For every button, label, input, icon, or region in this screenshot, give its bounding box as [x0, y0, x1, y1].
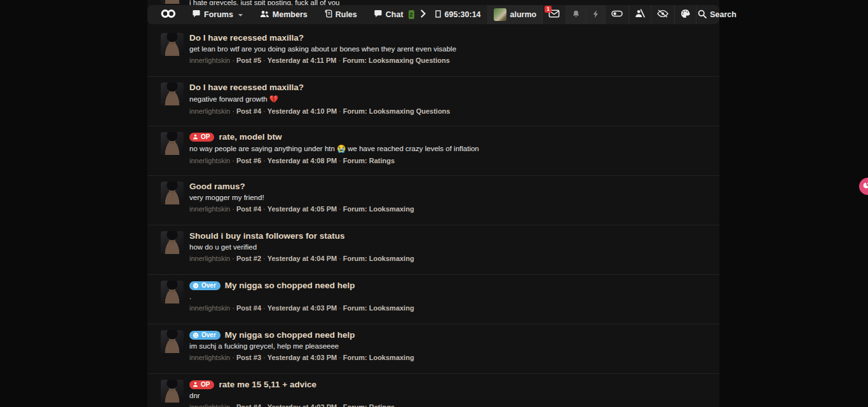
avatar[interactable]: [161, 132, 184, 155]
expand-chevron-button[interactable]: [421, 10, 426, 20]
thread-title-link[interactable]: My nigga so chopped need help: [225, 330, 355, 340]
speech-bubble-icon: [374, 10, 383, 20]
post-number: Post #4: [236, 304, 261, 312]
forum-prefix: Forum:: [343, 403, 367, 407]
thread-title-link[interactable]: Do I have recessed maxilla?: [189, 33, 304, 43]
forum-prefix: Forum:: [343, 354, 367, 361]
forum-prefix: Forum:: [343, 157, 367, 164]
thread-row: Good ramus? very mogger my friend! inner…: [147, 176, 719, 225]
avatar[interactable]: [161, 330, 184, 353]
envelope-icon: 1: [548, 10, 560, 20]
thread-meta: innerlightskin·Post #6·Yesterday at 4:08…: [189, 157, 709, 164]
user-slash-icon: [635, 9, 645, 20]
author-link[interactable]: innerlightskin: [189, 205, 230, 213]
thread-meta: innerlightskin·Post #3·Yesterday at 4:03…: [189, 354, 709, 361]
post-number: Post #2: [236, 255, 261, 262]
site-logo[interactable]: [160, 9, 177, 20]
nav-forums[interactable]: Forums: [192, 10, 243, 20]
chevron-right-icon: [421, 10, 426, 20]
thread-row: Should i buy insta followers for status …: [147, 225, 719, 275]
thread-row: OP rate, model btw no way people are say…: [147, 126, 719, 176]
forum-prefix: Forum:: [342, 57, 367, 64]
floating-style-button[interactable]: [859, 178, 868, 195]
avatar: [161, 0, 184, 4]
main-column: i hate greycels, just spit posting, fuck…: [147, 0, 719, 407]
forum-link[interactable]: Looksmaxing: [369, 255, 414, 262]
timer-value: 695:30:14: [445, 10, 481, 19]
hide-content-button[interactable]: [651, 5, 674, 24]
search-button[interactable]: Search: [698, 10, 747, 20]
eye-slash-icon: [657, 10, 668, 20]
nav-chat[interactable]: Chat 2: [374, 10, 414, 20]
thread-meta: innerlightskin·Post #2·Yesterday at 4:04…: [189, 255, 709, 262]
user-menu[interactable]: alurmo: [487, 5, 543, 24]
forum-link[interactable]: Ratings: [369, 403, 395, 407]
nav-rules[interactable]: Rules: [324, 10, 357, 20]
post-time: Yesterday at 4:03 PM: [268, 304, 337, 312]
avatar[interactable]: [161, 231, 184, 254]
post-time: Yesterday at 4:03 PM: [268, 354, 337, 361]
lightning-bolt-icon: [592, 10, 599, 20]
thread-meta: innerlightskin·Post #4·Yesterday at 4:05…: [189, 205, 709, 213]
post-time: Yesterday at 4:11 PM: [268, 57, 337, 64]
avatar[interactable]: [161, 83, 184, 105]
forum-link[interactable]: Looksmaxing: [369, 304, 414, 312]
cutoff-thread-row: i hate greycels, just spit posting, fuck…: [147, 0, 719, 5]
author-link[interactable]: innerlightskin: [189, 57, 230, 64]
nav-members[interactable]: Members: [260, 10, 308, 20]
nav-chat-label: Chat: [386, 10, 403, 19]
avatar[interactable]: [161, 33, 184, 56]
thread-snippet: no way people are saying anything under …: [189, 144, 709, 153]
avatar[interactable]: [161, 380, 184, 403]
forum-link[interactable]: Ratings: [369, 157, 395, 164]
thread-snippet: i hate greycels, just spit posting, fuck…: [189, 0, 340, 5]
thread-snippet: negative forward growth💔: [189, 95, 709, 103]
forum-link[interactable]: Looksmaxing Questions: [369, 107, 451, 115]
forum-link[interactable]: Looksmaxing Questions: [369, 57, 450, 64]
navbar: Forums Members Rules Chat 2: [147, 5, 719, 24]
post-time: Yesterday at 4:08 PM: [268, 157, 337, 164]
thread-title-link[interactable]: rate me 15 5,11 + advice: [219, 380, 316, 389]
thread-meta: innerlightskin·Post #4·Yesterday at 4:03…: [189, 304, 709, 312]
forum-link[interactable]: Looksmaxing: [369, 205, 414, 213]
author-link[interactable]: innerlightskin: [189, 107, 230, 115]
forum-link[interactable]: Looksmaxing: [369, 354, 414, 361]
forum-prefix: Forum:: [343, 107, 367, 115]
thread-title-link[interactable]: rate, model btw: [219, 132, 281, 142]
badge-label: Over: [201, 283, 216, 289]
post-time: Yesterday at 4:04 PM: [268, 255, 337, 262]
thread-row: Do I have recessed maxilla? negative for…: [147, 77, 719, 126]
ignored-users-button[interactable]: [628, 5, 651, 24]
reactions-button[interactable]: [586, 5, 605, 24]
thread-prefix-badge: OP: [189, 133, 214, 142]
author-link[interactable]: innerlightskin: [189, 403, 230, 407]
author-link[interactable]: innerlightskin: [189, 255, 230, 262]
author-link[interactable]: innerlightskin: [189, 304, 230, 312]
thread-prefix-badge: Over: [189, 281, 220, 290]
scroll-icon: [324, 10, 332, 20]
badge-label: Over: [201, 332, 216, 338]
post-number: Post #4: [236, 107, 261, 115]
night-mode-toggle[interactable]: [605, 5, 628, 24]
author-link[interactable]: innerlightskin: [189, 157, 230, 164]
alerts-button[interactable]: [566, 5, 586, 24]
thread-title-link[interactable]: Should i buy insta followers for status: [189, 231, 345, 241]
avatar[interactable]: [161, 182, 184, 204]
thread-snippet: im suchj a fucking greycel, help me plea…: [189, 342, 709, 350]
inbox-button[interactable]: 1: [542, 5, 566, 24]
thread-title-link[interactable]: Do I have recessed maxilla?: [189, 83, 304, 92]
thread-title-link[interactable]: My nigga so chopped need help: [225, 281, 355, 290]
author-link[interactable]: innerlightskin: [189, 354, 230, 361]
nav-forums-label: Forums: [204, 10, 233, 19]
thread-row: OP rate me 15 5,11 + advice dnr innerlig…: [147, 374, 719, 407]
thread-prefix-badge: Over: [189, 331, 220, 340]
avatar[interactable]: [161, 281, 184, 304]
badge-label: OP: [201, 382, 210, 388]
style-chooser-button[interactable]: [674, 5, 696, 24]
session-timer: 695:30:14: [435, 10, 481, 20]
thread-snippet: very mogger my friend!: [189, 194, 709, 201]
palette-icon: [681, 9, 690, 20]
post-time: Yesterday at 4:05 PM: [268, 205, 337, 213]
thread-row: Over My nigga so chopped need help . inn…: [147, 275, 719, 324]
thread-title-link[interactable]: Good ramus?: [189, 182, 245, 191]
